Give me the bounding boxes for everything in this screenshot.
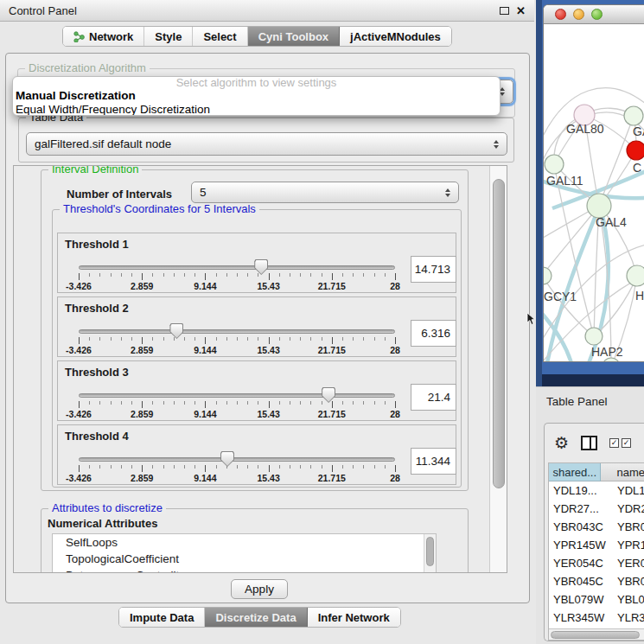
node-gcy1[interactable]: [544, 267, 552, 284]
threshold-value-field[interactable]: 14.713: [411, 256, 456, 283]
cell-name[interactable]: YDL1: [614, 481, 644, 500]
threshold-slider[interactable]: -3.4262.8599.14415.4321.71528: [79, 323, 395, 354]
table-row[interactable]: YDR27... YDR2: [549, 500, 644, 518]
bottom-tabstrip: Impute Data Discretize Data Infer Networ…: [118, 607, 401, 628]
cell-shared-name[interactable]: YLR345W: [549, 609, 614, 627]
scrollbar-thumb[interactable]: [493, 179, 505, 488]
table-row[interactable]: YER054C YER0: [549, 554, 644, 572]
gear-icon[interactable]: ⚙: [554, 435, 569, 451]
cell-shared-name[interactable]: YDL19...: [549, 481, 614, 500]
attribute-list-item[interactable]: TopologicalCoefficient: [53, 551, 436, 567]
checkbox-checked-icon[interactable]: ✓: [622, 438, 631, 448]
node-ga[interactable]: [624, 106, 643, 125]
cell-name[interactable]: YBR0: [614, 572, 644, 590]
threshold-slider[interactable]: -3.4262.8599.14415.4321.71528: [79, 451, 395, 482]
numerical-attributes-list[interactable]: SelfLoops TopologicalCoefficient Between…: [52, 533, 437, 573]
minimize-traffic-light-icon[interactable]: [573, 9, 584, 20]
cell-shared-name[interactable]: YBR043C: [549, 518, 614, 536]
cell-name[interactable]: YBL0: [614, 590, 644, 609]
cell-name[interactable]: YPR1: [614, 536, 644, 554]
threshold-label: Threshold 4: [65, 430, 129, 443]
dropdown-option-manual[interactable]: Manual Discretization: [13, 89, 500, 103]
cell-name[interactable]: YDR2: [614, 500, 644, 518]
cell-shared-name[interactable]: YBL079W: [549, 590, 614, 609]
float-window-icon[interactable]: [500, 7, 509, 15]
cell-name[interactable]: YBR0: [614, 518, 644, 536]
cell-shared-name[interactable]: YDR27...: [549, 500, 614, 518]
cell-name[interactable]: YER0: [614, 554, 644, 572]
node-label: GA: [633, 124, 644, 138]
table-row[interactable]: YPR145W YPR1: [549, 536, 644, 554]
node-gal4[interactable]: [587, 194, 611, 218]
tab-impute-data[interactable]: Impute Data: [119, 608, 205, 627]
major-tick: [269, 273, 270, 280]
tab-discretize-data[interactable]: Discretize Data: [205, 608, 307, 627]
threshold-block: Threshold 1 -3.4262.8599.14415.4321.7152…: [57, 233, 456, 293]
threshold-value-field[interactable]: 21.4: [411, 384, 456, 411]
tick-label: 21.715: [318, 409, 346, 419]
table-data-combobox[interactable]: galFiltered.sif default node: [26, 132, 507, 156]
table-row[interactable]: YLR345W YLR3: [549, 609, 644, 627]
major-tick: [332, 465, 333, 472]
attributes-list-scrollbar[interactable]: [424, 534, 436, 573]
scrollbar-thumb[interactable]: [551, 631, 640, 639]
apply-button[interactable]: Apply: [231, 579, 288, 599]
major-tick: [205, 465, 206, 472]
dropdown-option-equal-width[interactable]: Equal Width/Frequency Discretization: [13, 103, 500, 117]
attributes-group: Attributes to discretize Numerical Attri…: [41, 508, 469, 573]
slider-track[interactable]: [79, 329, 395, 334]
attribute-list-item[interactable]: SelfLoops: [53, 534, 436, 551]
table-row[interactable]: YBR045C YBR0: [549, 572, 644, 590]
close-icon[interactable]: ✕: [516, 5, 526, 16]
threshold-value-field[interactable]: 11.344: [411, 448, 456, 475]
slider-track[interactable]: [79, 457, 395, 462]
cell-shared-name[interactable]: YER054C: [549, 554, 614, 572]
tab-cyni-toolbox[interactable]: Cyni Toolbox: [248, 27, 340, 46]
threshold-slider[interactable]: -3.4262.8599.14415.4321.71528: [79, 387, 395, 418]
tick-label: 15.43: [257, 281, 279, 291]
settings-scrollpane: Interval Definition Number of Intervals …: [13, 165, 507, 573]
column-header-shared-name[interactable]: shared...: [549, 463, 601, 481]
checkbox-checked-icon[interactable]: ✓: [609, 438, 619, 448]
major-tick: [332, 401, 333, 408]
tab-style[interactable]: Style: [144, 27, 193, 46]
tick-label: -3.426: [66, 409, 92, 419]
tab-jactivemnodules[interactable]: jActiveMNodules: [340, 27, 451, 46]
threshold-block: Threshold 3 -3.4262.8599.14415.4321.7152…: [57, 360, 456, 421]
column-header-name[interactable]: name: [601, 463, 644, 481]
zoom-traffic-light-icon[interactable]: [591, 9, 603, 20]
tab-select[interactable]: Select: [193, 27, 247, 46]
close-traffic-light-icon[interactable]: [555, 9, 566, 20]
top-tabstrip: Network Style Select Cyni Toolbox jActiv…: [62, 26, 452, 47]
scrollbar-thumb[interactable]: [426, 537, 434, 566]
node-gal11[interactable]: [545, 155, 564, 174]
number-of-intervals-combobox[interactable]: 5: [191, 182, 459, 203]
threshold-slider[interactable]: -3.4262.8599.14415.4321.71528: [79, 259, 395, 290]
tab-network[interactable]: Network: [63, 27, 144, 46]
table-row[interactable]: YDL19... YDL1: [549, 481, 644, 500]
tick-label: 9.144: [194, 345, 216, 355]
dropdown-prompt-item[interactable]: Select algorithm to view settings: [13, 77, 500, 89]
tab-infer-network[interactable]: Infer Network: [308, 608, 400, 627]
cell-shared-name[interactable]: YBR045C: [549, 572, 614, 590]
network-window-titlebar[interactable]: [544, 5, 644, 24]
table-row[interactable]: YBR043C YBR0: [549, 518, 644, 536]
cell-shared-name[interactable]: YPR145W: [549, 536, 614, 554]
major-tick: [79, 337, 80, 344]
table-horizontal-scrollbar[interactable]: [549, 628, 644, 640]
slider-track[interactable]: [79, 393, 395, 398]
tick-label: -3.426: [66, 281, 92, 291]
node-h[interactable]: [627, 265, 644, 286]
settings-vertical-scrollbar[interactable]: [489, 166, 507, 572]
attribute-list-item[interactable]: BetweennessCentrality: [53, 567, 436, 573]
network-canvas[interactable]: GAL80 GA C GAL11 GAL4 GCY1 H HAP2: [544, 24, 644, 362]
table-row[interactable]: YBL079W YBL0: [549, 590, 644, 609]
slider-track[interactable]: [79, 265, 395, 270]
tick-label: 28: [390, 345, 400, 355]
split-view-icon[interactable]: [581, 436, 597, 450]
cell-name[interactable]: YLR3: [614, 609, 644, 627]
threshold-value-field[interactable]: 6.316: [411, 320, 456, 347]
node-red-selected[interactable]: [627, 141, 644, 160]
numerical-attributes-label: Numerical Attributes: [48, 517, 157, 530]
node-hap2[interactable]: [585, 328, 603, 345]
